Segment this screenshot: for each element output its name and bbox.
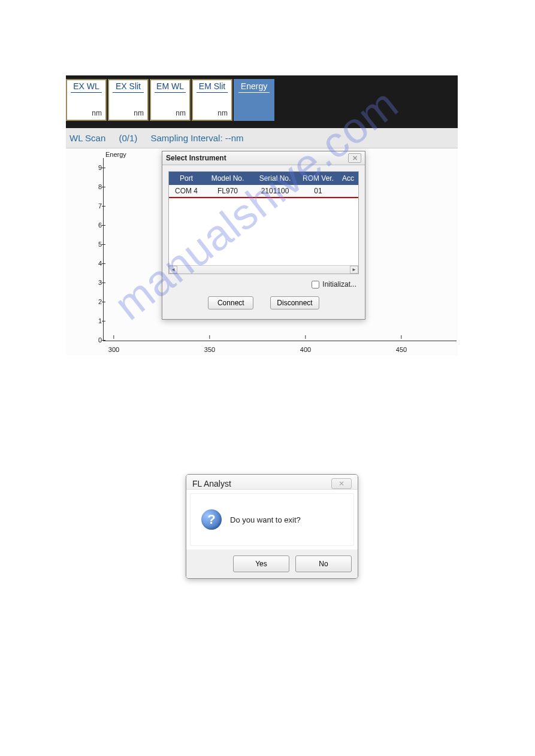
parameter-tile-bar: EX WL nm EX Slit nm EM WL nm EM Slit nm … [66,75,458,128]
y-tick: 8 [86,183,102,190]
exit-dialog: FL Analyst ✕ ? Do you want to exit? Yes … [186,474,358,579]
app-window: EX WL nm EX Slit nm EM WL nm EM Slit nm … [66,75,458,357]
x-axis [103,341,457,341]
question-icon: ? [201,509,222,530]
disconnect-button[interactable]: Disconnect [270,296,319,309]
dialog-button-row: Connect Disconnect [168,296,359,313]
table-row[interactable]: COM 4 FL970 2101100 01 [169,185,358,198]
dialog-title: Select Instrument [166,154,226,162]
x-tick: 350 [204,346,215,353]
col-rom: ROM Ver. [298,172,338,185]
x-tick: 300 [108,346,119,353]
exit-button-row: Yes No [186,549,358,578]
y-tick: 3 [86,279,102,286]
y-axis-label: Energy [105,151,126,158]
tile-label: EX Slit [113,81,144,93]
cell-port: COM 4 [169,185,204,197]
status-bar: WL Scan (0/1) Sampling Interval: --nm [66,128,458,148]
tile-unit: nm [134,109,144,117]
tile-em-wl[interactable]: EM WL nm [150,79,191,121]
instrument-table: Port Model No. Serial No. ROM Ver. Acc C… [168,171,359,274]
scroll-right-icon[interactable]: ► [350,266,358,274]
scroll-left-icon[interactable]: ◄ [169,266,177,274]
yes-button[interactable]: Yes [233,555,289,572]
tile-unit: nm [176,109,186,117]
no-button[interactable]: No [295,555,352,572]
tile-ex-wl[interactable]: EX WL nm [66,79,107,121]
initialize-option[interactable]: Initializat... [168,279,356,290]
exit-body: ? Do you want to exit? [190,493,354,546]
y-axis [103,158,104,341]
table-header-row: Port Model No. Serial No. ROM Ver. Acc [169,172,358,185]
col-serial: Serial No. [252,172,298,185]
exit-message: Do you want to exit? [230,515,301,524]
close-icon[interactable]: ✕ [331,478,352,489]
tile-label: EX WL [71,81,102,93]
close-icon[interactable]: ✕ [348,153,361,163]
x-tick: 450 [396,346,407,353]
y-tick: 5 [86,241,102,248]
tile-unit: nm [92,109,102,117]
col-acc: Acc [338,172,358,185]
tile-label: Energy [238,81,270,93]
y-tick: 0 [86,336,102,344]
tile-em-slit[interactable]: EM Slit nm [192,79,232,121]
tile-label: EM WL [155,81,186,93]
exit-titlebar[interactable]: FL Analyst ✕ [186,475,358,490]
exit-title: FL Analyst [192,479,231,488]
horizontal-scrollbar[interactable]: ◄ ► [169,265,358,274]
y-tick: 7 [86,202,102,210]
tile-energy[interactable]: Energy [234,79,274,121]
table-empty-area [169,198,358,265]
cell-serial: 2101100 [252,185,298,197]
cell-acc [338,185,358,197]
dialog-titlebar[interactable]: Select Instrument ✕ [162,151,365,165]
y-tick: 1 [86,317,102,324]
y-tick: 4 [86,260,102,267]
connect-button[interactable]: Connect [208,296,253,309]
tile-label: EM Slit [197,81,228,93]
col-model: Model No. [204,172,252,185]
initialize-checkbox[interactable] [312,281,319,289]
tile-unit: nm [217,109,228,117]
cell-model: FL970 [204,185,252,197]
y-tick: 2 [86,298,102,305]
sampling-label: Sampling Interval: --nm [151,133,244,143]
y-tick: 9 [86,164,102,171]
cell-rom: 01 [298,185,338,197]
col-port: Port [169,172,204,185]
select-instrument-dialog: Select Instrument ✕ Port Model No. Seria… [162,151,365,320]
plot-area: Energy 0 1 2 3 4 5 6 7 8 9 300 350 400 4… [66,148,458,356]
tile-ex-slit[interactable]: EX Slit nm [108,79,149,121]
initialize-label: Initializat... [322,280,356,289]
mode-label: WL Scan [69,133,105,143]
progress-label: (0/1) [119,133,137,143]
y-tick: 6 [86,221,102,229]
dialog-body: Port Model No. Serial No. ROM Ver. Acc C… [162,165,365,319]
x-tick: 400 [300,346,311,353]
